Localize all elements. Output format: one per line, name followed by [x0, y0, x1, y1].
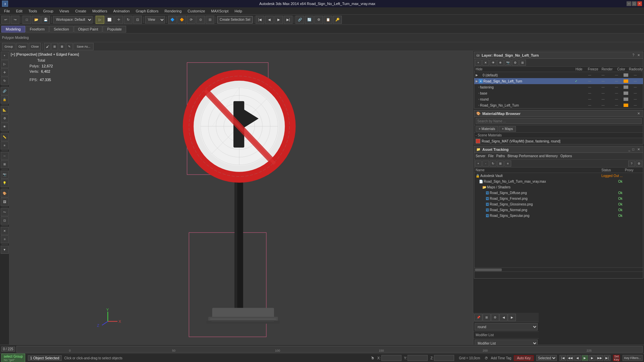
menu-group[interactable]: Group: [40, 8, 56, 14]
tb-btn-8[interactable]: |◀: [256, 16, 264, 24]
asset-help-btn[interactable]: ?: [628, 161, 635, 167]
lt-mirror[interactable]: ↔: [1, 152, 9, 160]
layer-row-fastening[interactable]: ◦ fastening — — — —: [474, 84, 643, 90]
layer-row-roadsign[interactable]: ◦ Road_Sign_No_Left_Turn — — — —: [474, 102, 643, 108]
tab-modeling[interactable]: Modeling: [1, 26, 25, 33]
asset-settings-btn[interactable]: ⚙: [636, 161, 642, 167]
layer-row-round[interactable]: ◦ round — — — —: [474, 96, 643, 102]
lt-rotate[interactable]: ↻: [1, 77, 9, 85]
asset-view-btn[interactable]: ⊞: [497, 161, 504, 167]
shape-btn2[interactable]: ⊠: [59, 43, 65, 50]
select-button[interactable]: ▷: [96, 16, 104, 24]
menu-file[interactable]: File: [1, 8, 13, 14]
layer-hide-btn[interactable]: 👁: [490, 60, 496, 66]
tb-btn-13[interactable]: 🔄: [305, 16, 314, 24]
mod-copy-btn[interactable]: ⊞: [483, 314, 491, 321]
lt-align[interactable]: ≡: [1, 141, 9, 149]
asset-row-specular[interactable]: 🖼 Road_Signs_Specular.png Ok: [474, 213, 643, 219]
asset-menu-bitmap[interactable]: Bitmap Performance and Memory: [507, 154, 558, 158]
menu-edit[interactable]: Edit: [13, 8, 25, 14]
lt-camera[interactable]: 📷: [1, 171, 9, 179]
menu-animation[interactable]: Animation: [111, 8, 132, 14]
lt-move[interactable]: ✛: [1, 68, 9, 76]
mat-add-materials-btn[interactable]: + Materials: [476, 126, 498, 132]
asset-view2-btn[interactable]: ≡: [504, 161, 511, 167]
lt-array[interactable]: ⊞: [1, 160, 9, 168]
mod-list-dropdown[interactable]: Modifier List: [475, 340, 538, 345]
layer-extra-btn[interactable]: ⊞: [519, 60, 526, 66]
create-selection-button[interactable]: Create Selection Sel: [217, 16, 253, 23]
undo-button[interactable]: ↩: [1, 16, 10, 24]
asset-row-maxfile[interactable]: 📄 Road_Sign_No_Left_Turn_max_vray.max Ok: [474, 179, 643, 184]
mat-add-maps-btn[interactable]: + Maps: [499, 126, 516, 132]
lt-light[interactable]: 💡: [1, 179, 9, 187]
layer-freeze-btn[interactable]: ❄: [497, 60, 504, 66]
mod-pin-btn[interactable]: 📌: [474, 314, 482, 321]
asset-add-btn[interactable]: +: [475, 161, 482, 167]
shape-btn[interactable]: ⊞: [51, 43, 58, 50]
lt-create[interactable]: +: [1, 52, 9, 60]
asset-remove-btn[interactable]: -: [482, 161, 489, 167]
move-button[interactable]: ✛: [114, 16, 123, 24]
next-key-btn[interactable]: ▶▶: [596, 355, 603, 361]
selected-dropdown[interactable]: Selected: [536, 355, 557, 361]
prev-key-btn[interactable]: ◀◀: [567, 355, 574, 361]
menu-rendering[interactable]: Rendering: [162, 8, 184, 14]
asset-menu-file[interactable]: File: [488, 154, 493, 158]
asset-minimize-icon[interactable]: _: [628, 147, 630, 151]
mod-object-dropdown[interactable]: round: [475, 323, 538, 330]
asset-row-vault[interactable]: 🔒 Autodesk Vault Logged Out ...: [474, 173, 643, 179]
lt-unlink[interactable]: 🔓: [1, 96, 9, 104]
layer-row-1[interactable]: ▶ ● Road_Sign_No_Left_Turn ✓ — — — —: [474, 78, 643, 84]
asset-menu-options[interactable]: Options: [560, 154, 572, 158]
menu-tools[interactable]: Tools: [26, 8, 40, 14]
tb-btn-10[interactable]: ▶: [274, 16, 283, 24]
next-frame-btn[interactable]: ▶: [589, 355, 596, 361]
layer-help-icon[interactable]: ?: [632, 53, 634, 57]
asset-row-diffuse[interactable]: 🖼 Road_Signs_Diffuse.png Ok: [474, 190, 643, 196]
menu-create[interactable]: Create: [72, 8, 89, 14]
x-field[interactable]: [381, 355, 401, 361]
tb-btn-16[interactable]: 🔑: [333, 16, 342, 24]
menu-graph-editors[interactable]: Graph Editors: [133, 8, 161, 14]
asset-refresh-btn[interactable]: ↻: [490, 161, 496, 167]
tb-btn-4[interactable]: 🔶: [177, 16, 186, 24]
tab-freeform[interactable]: Freeform: [25, 26, 49, 33]
tb-btn-9[interactable]: ◀: [265, 16, 274, 24]
asset-panel-close[interactable]: ✕: [636, 147, 641, 152]
lt-reactor[interactable]: ⚛: [1, 235, 9, 243]
lt-hierarchy[interactable]: 📐: [1, 106, 9, 114]
close-button[interactable]: ✕: [637, 1, 642, 6]
open-button[interactable]: 📂: [32, 16, 41, 24]
timeline-ruler[interactable]: 0 50 100 150 200 225: [16, 346, 643, 353]
tb-btn-11[interactable]: ▶|: [284, 16, 292, 24]
key-filters-btn[interactable]: Key Filters...: [623, 355, 643, 361]
go-start-btn[interactable]: |◀: [559, 355, 566, 361]
asset-scroll-thumb[interactable]: [475, 268, 502, 271]
lt-dope[interactable]: ⊡: [1, 217, 9, 225]
workspace-dropdown[interactable]: Workspace: Default: [53, 16, 93, 23]
menu-customize[interactable]: Customize: [185, 8, 208, 14]
tab-object-paint[interactable]: Object Paint: [74, 26, 103, 33]
menu-views[interactable]: Views: [57, 8, 72, 14]
lt-snap[interactable]: 📏: [1, 133, 9, 141]
maximize-button[interactable]: □: [632, 1, 637, 6]
y-field[interactable]: [408, 355, 428, 361]
tb-btn-15[interactable]: 📋: [324, 16, 332, 24]
mat-search-input[interactable]: [476, 118, 642, 124]
select-group-box[interactable]: select Group No "get": [1, 354, 25, 362]
layer-panel-close[interactable]: ✕: [636, 53, 641, 58]
layer-row-0[interactable]: ▶ 0 (default) — — — —: [474, 72, 643, 78]
redo-button[interactable]: ↪: [11, 16, 19, 24]
asset-maximize-icon[interactable]: □: [632, 147, 634, 151]
mod-extra-btn[interactable]: ◀: [499, 314, 507, 321]
mod-configure-btn[interactable]: ⚙: [491, 314, 499, 321]
asset-scrollbar[interactable]: [474, 267, 643, 272]
lt-more[interactable]: ▼: [1, 246, 9, 254]
tb-btn-7[interactable]: ⊟: [206, 16, 214, 24]
select-region-button[interactable]: ⬜: [105, 16, 114, 24]
menu-help[interactable]: Help: [232, 8, 245, 14]
tab-selection[interactable]: Selection: [49, 26, 73, 33]
asset-row-maps[interactable]: 📂 Maps / Shaders: [474, 184, 643, 190]
close-poly-button[interactable]: Close: [29, 43, 41, 50]
